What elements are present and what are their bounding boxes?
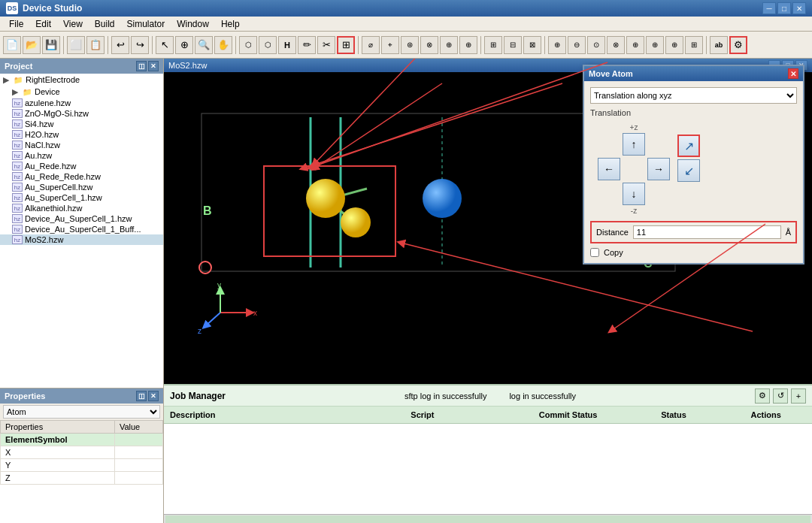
properties-header-btns[interactable]: ◫ ✕	[136, 391, 159, 401]
tree-item-au-rede-rede[interactable]: hz Au_Rede_Rede.hzw	[0, 171, 163, 182]
tree-item-nacl[interactable]: hz NaCl.hzw	[0, 140, 163, 150]
project-tree[interactable]: ▶ 📁 RightElectrode ▶ 📁 Device hz azulene…	[0, 74, 163, 388]
properties-float-button[interactable]: ◫	[136, 391, 147, 401]
sym2-button[interactable]: ⊗	[420, 36, 438, 54]
copy-checkbox[interactable]	[590, 248, 599, 257]
tree-item-au[interactable]: hz Au.hzw	[0, 150, 163, 161]
close-button[interactable]: ✕	[792, 2, 806, 14]
tree-item-device[interactable]: ▶ 📁 Device	[0, 86, 163, 98]
translation-select[interactable]: Translation along xyz	[590, 87, 797, 104]
job-settings-button[interactable]: ⚙	[755, 388, 770, 404]
move-right-button[interactable]: →	[647, 158, 670, 180]
project-close-button[interactable]: ✕	[148, 61, 159, 71]
sym1-button[interactable]: ⊛	[401, 36, 419, 54]
file-icon: hz	[12, 162, 23, 171]
tree-item-mos2[interactable]: hz MoS2.hzw	[0, 234, 163, 245]
r2-button[interactable]: ⊙	[587, 36, 605, 54]
menu-edit[interactable]: Edit	[29, 17, 57, 31]
new-button[interactable]: 📄	[3, 36, 21, 54]
tree-item-si4[interactable]: hz Si4.hzw	[0, 119, 163, 129]
grid-button[interactable]: ⊞	[337, 36, 355, 54]
properties-close-button[interactable]: ✕	[148, 391, 159, 401]
sym3-button[interactable]: ⊕	[440, 36, 458, 54]
scroll-track[interactable]	[165, 515, 810, 523]
atom1-button[interactable]: ⬡	[239, 36, 257, 54]
settings-button[interactable]: ⚙	[729, 36, 747, 54]
project-header-btns[interactable]: ◫ ✕	[136, 61, 159, 71]
tree-item-alkanethiol[interactable]: hz Alkanethiol.hzw	[0, 203, 163, 213]
r5-button[interactable]: ⊕	[646, 36, 664, 54]
add-button[interactable]: ⊕	[548, 36, 566, 54]
tree-item-device-au[interactable]: hz Device_Au_SuperCell_1.hzw	[0, 213, 163, 224]
transform-button[interactable]: ⊠	[523, 36, 541, 54]
move-down-button[interactable]: ↓	[623, 183, 645, 205]
move-left-button[interactable]: ←	[598, 158, 620, 180]
undo-button[interactable]: ↩	[111, 36, 129, 54]
sym4-button[interactable]: ⊕	[459, 36, 477, 54]
pan-button[interactable]: ✋	[214, 36, 232, 54]
copy-button[interactable]: 📋	[86, 36, 105, 54]
tree-item-azulene[interactable]: hz azulene.hzw	[0, 98, 163, 108]
job-action-buttons[interactable]: ⚙ ↺ +	[755, 388, 806, 404]
menu-file[interactable]: File	[3, 17, 29, 31]
tree-item-au-rede[interactable]: hz Au_Rede.hzw	[0, 161, 163, 171]
menu-bar: File Edit View Build Simulator Window He…	[0, 17, 812, 32]
element-button[interactable]: H	[278, 36, 296, 54]
job-manager-title: Job Manager	[170, 391, 226, 401]
tree-item-zno[interactable]: hz ZnO-MgO-Si.hzw	[0, 108, 163, 119]
horizontal-scrollbar[interactable]	[164, 514, 812, 523]
save-button[interactable]: 💾	[42, 36, 60, 54]
label-button[interactable]: ab	[710, 36, 728, 54]
zoom-region-button[interactable]: ⊕	[175, 36, 193, 54]
r7-button[interactable]: ⊞	[685, 36, 703, 54]
r4-button[interactable]: ⊕	[626, 36, 644, 54]
redo-button[interactable]: ↪	[131, 36, 149, 54]
cut-bond-button[interactable]: ✂	[317, 36, 335, 54]
move-up-button[interactable]: ↑	[623, 133, 645, 156]
job-refresh-button[interactable]: ↺	[773, 388, 788, 404]
atom2-button[interactable]: ⬡	[259, 36, 277, 54]
project-float-button[interactable]: ◫	[136, 61, 147, 71]
new2-button[interactable]: ⬜	[67, 36, 85, 54]
menu-help[interactable]: Help	[215, 17, 246, 31]
job-table-header: Description Script Commit Status Status …	[164, 407, 812, 424]
dialog-close-button[interactable]: ✕	[788, 68, 798, 79]
center-cell	[623, 158, 645, 180]
title-bar-left: DS Device Studio	[6, 2, 82, 14]
repeat-button[interactable]: ⊞	[484, 36, 502, 54]
menu-window[interactable]: Window	[171, 17, 215, 31]
expand-button[interactable]: ↗	[677, 135, 700, 157]
copy-label: Copy	[604, 248, 623, 257]
reduce-button[interactable]: ⊟	[504, 36, 522, 54]
r6-button[interactable]: ⊕	[665, 36, 683, 54]
menu-build[interactable]: Build	[89, 17, 121, 31]
maximize-button[interactable]: □	[777, 2, 791, 14]
app-icon: DS	[6, 2, 18, 14]
r3-button[interactable]: ⊗	[607, 36, 625, 54]
draw-button[interactable]: ✏	[298, 36, 316, 54]
bond-button[interactable]: ⌀	[362, 36, 380, 54]
svg-text:z: z	[198, 327, 201, 335]
open-button[interactable]: 📂	[23, 36, 41, 54]
tree-item-device-au-buff[interactable]: hz Device_Au_SuperCell_1_Buff...	[0, 224, 163, 234]
collapse-button[interactable]: ↙	[677, 159, 700, 182]
measure-button[interactable]: ⌖	[381, 36, 399, 54]
rm-button[interactable]: ⊖	[568, 36, 586, 54]
tree-item-au-supercell[interactable]: hz Au_SuperCell.hzw	[0, 182, 163, 192]
minimize-button[interactable]: ─	[762, 2, 776, 14]
tree-item-rightelectrode[interactable]: ▶ 📁 RightElectrode	[0, 74, 163, 86]
select-button[interactable]: ↖	[156, 36, 174, 54]
tree-label: Device_Au_SuperCell_1_Buff...	[25, 225, 141, 234]
file-icon: hz	[12, 225, 23, 234]
tree-item-h2o[interactable]: hz H2O.hzw	[0, 129, 163, 140]
menu-simulator[interactable]: Simulator	[121, 17, 171, 31]
atom-dropdown[interactable]: Atom	[3, 405, 160, 419]
tree-item-au-supercell-1[interactable]: hz Au_SuperCell_1.hzw	[0, 192, 163, 203]
distance-input[interactable]	[633, 225, 781, 239]
zoom-button[interactable]: 🔍	[195, 36, 213, 54]
job-add-button[interactable]: +	[791, 388, 806, 404]
dialog-body: Translation along xyz Translation +z	[584, 81, 803, 263]
title-bar-controls[interactable]: ─ □ ✕	[762, 2, 806, 14]
menu-view[interactable]: View	[57, 17, 89, 31]
svg-line-15	[205, 313, 220, 326]
